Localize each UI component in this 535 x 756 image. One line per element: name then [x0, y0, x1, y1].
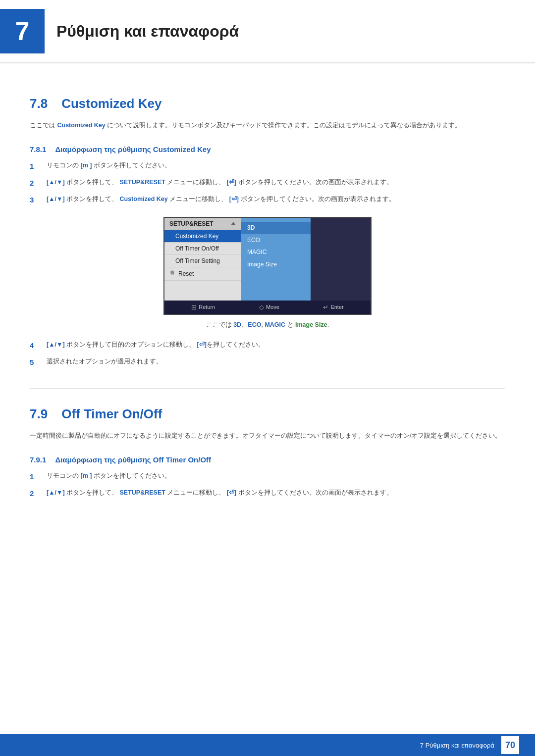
submenu-spacer — [241, 271, 311, 296]
menu-item-customized-key[interactable]: Customized Key — [164, 230, 241, 243]
section-78-heading: 7.8Customized Key — [30, 96, 505, 111]
submenu-item-eco[interactable]: ECO — [241, 234, 311, 247]
steps-list-791: 1 リモコンの [m ] ボタンを押してください。 2 [▲/▼] ボタンを押し… — [30, 471, 505, 500]
menu-title: SETUP&RESET — [164, 218, 241, 230]
step-5: 5 選択されたオプションが適用されます。 — [30, 356, 505, 368]
section-79-heading: 7.9Off Timer On/Off — [30, 406, 505, 422]
menu-item-off-timer-onoff[interactable]: Off Timer On/Off — [164, 243, 241, 255]
page-footer: 7 Ρύθμιση και επαναφορά 70 — [0, 734, 535, 756]
enter-icon: ↵ — [323, 303, 328, 311]
section-divider — [30, 388, 505, 389]
step-791-1: 1 リモコンの [m ] ボタンを押してください。 — [30, 471, 505, 483]
footer-enter: ↵ Enter — [323, 303, 343, 311]
submenu-item-3d[interactable]: 3D — [241, 222, 311, 234]
step-3: 3 [▲/▼] ボタンを押して、 Customized Key メニューに移動し… — [30, 194, 505, 206]
ui-mockup-inner: SETUP&RESET Customized Key Off Timer On/… — [164, 218, 371, 301]
gear-icon — [168, 270, 176, 278]
menu-item-reset[interactable]: Reset — [164, 267, 241, 281]
menu-panel: SETUP&RESET Customized Key Off Timer On/… — [164, 218, 241, 301]
step-4: 4 [▲/▼] ボタンを押して目的のオプションに移動し、 [⏎]を押してください… — [30, 340, 505, 352]
mockup-caption: ここでは 3D、ECO, MAGIC と Image Size. — [30, 320, 505, 331]
footer-move: ◇ Move — [259, 303, 279, 311]
ui-mockup: SETUP&RESET Customized Key Off Timer On/… — [163, 217, 372, 315]
arrow-up-icon — [231, 222, 236, 225]
section-78-intro: ここでは Customized Key について説明します。リモコンボタン及びキ… — [30, 120, 505, 131]
submenu-panel: 3D ECO MAGIC Image Size — [241, 218, 311, 301]
main-content: 7.8Customized Key ここでは Customized Key につ… — [0, 63, 535, 544]
step-791-2: 2 [▲/▼] ボタンを押して、 SETUP&RESET メニューに移動し、 [… — [30, 488, 505, 500]
menu-item-off-timer-setting[interactable]: Off Timer Setting — [164, 255, 241, 267]
steps-list-781: 1 リモコンの [m ] ボタンを押してください。 2 [▲/▼] ボタンを押し… — [30, 160, 505, 206]
steps-list-781-after: 4 [▲/▼] ボタンを押して目的のオプションに移動し、 [⏎]を押してください… — [30, 340, 505, 368]
subsection-791-heading: 7.9.1Διαμόρφωση της ρύθμισης Off Timer O… — [30, 455, 505, 464]
return-icon: ⊞ — [191, 303, 197, 311]
step-2: 2 [▲/▼] ボタンを押して、 SETUP&RESET メニューに移動し、 [… — [30, 177, 505, 189]
chapter-title: Ρύθμιση και επαναφορά — [56, 22, 239, 41]
page-number: 70 — [501, 736, 519, 754]
footer-chapter-text: 7 Ρύθμιση και επαναφορά — [420, 742, 494, 749]
submenu-item-image-size[interactable]: Image Size — [241, 258, 311, 271]
mockup-footer: ⊞ Return ◇ Move ↵ Enter — [164, 301, 371, 314]
footer-return: ⊞ Return — [191, 303, 215, 311]
menu-spacer — [164, 281, 241, 301]
move-icon: ◇ — [259, 303, 264, 311]
submenu-item-magic[interactable]: MAGIC — [241, 246, 311, 258]
ui-mockup-wrapper: SETUP&RESET Customized Key Off Timer On/… — [30, 217, 505, 315]
step-1: 1 リモコンの [m ] ボタンを押してください。 — [30, 160, 505, 172]
chapter-header: 7 Ρύθμιση και επαναφορά — [0, 0, 535, 63]
section-79-intro: 一定時間後に製品が自動的にオフになるように設定することができます。オフタイマーの… — [30, 431, 505, 442]
chapter-number: 7 — [0, 9, 45, 53]
subsection-781-heading: 7.8.1Διαμόρφωση της ρύθμισης Customized … — [30, 145, 505, 153]
customized-key-highlight: Customized Key — [57, 122, 105, 129]
